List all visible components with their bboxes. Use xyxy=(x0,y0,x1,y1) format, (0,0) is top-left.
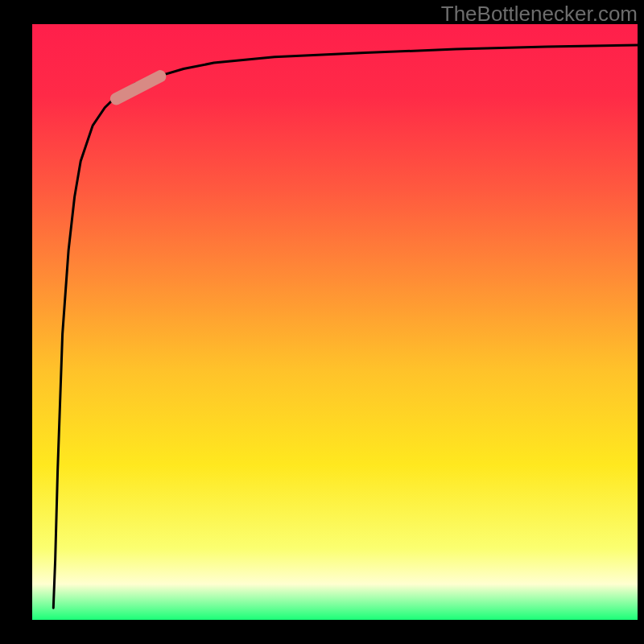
bottleneck-chart xyxy=(0,0,644,644)
watermark-text: TheBottlenecker.com xyxy=(441,2,638,27)
chart-container: TheBottlenecker.com xyxy=(0,0,644,644)
chart-background xyxy=(32,24,638,620)
